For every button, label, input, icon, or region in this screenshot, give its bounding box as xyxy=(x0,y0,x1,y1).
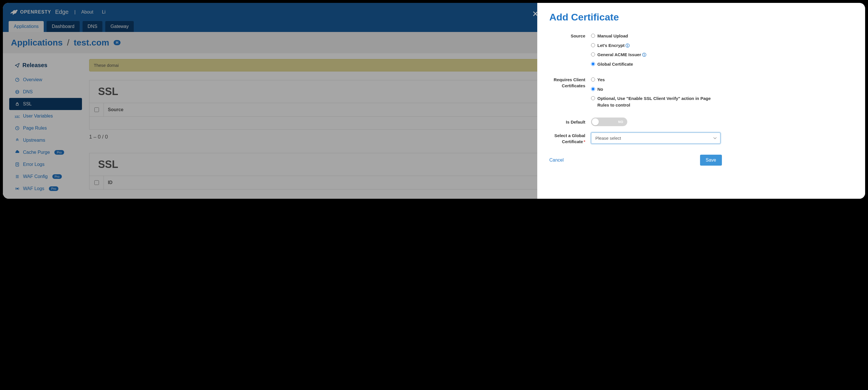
info-icon[interactable]: ⓘ xyxy=(642,52,646,57)
client-cert-optional[interactable]: Optional, Use "Enable SSL Client Verify"… xyxy=(591,95,720,108)
modal-overlay[interactable]: ✕ Add Certificate Source Manual Upload L… xyxy=(3,3,865,199)
radio-client-no[interactable] xyxy=(591,87,595,91)
radio-label: No xyxy=(597,86,603,93)
radio-client-optional[interactable] xyxy=(591,96,595,100)
radio-lets-encrypt[interactable] xyxy=(591,43,595,47)
radio-label: Optional, Use "Enable SSL Client Verify"… xyxy=(597,95,720,108)
save-button[interactable]: Save xyxy=(700,155,722,166)
label-client-cert: Requires Client Certificates xyxy=(549,77,591,111)
toggle-knob xyxy=(592,118,599,125)
radio-label: Global Certificate xyxy=(597,61,633,68)
radio-label: Let's Encryptⓘ xyxy=(597,43,629,49)
source-option-manual[interactable]: Manual Upload xyxy=(591,33,851,39)
close-icon[interactable]: ✕ xyxy=(532,9,539,19)
label-is-default: Is Default xyxy=(549,119,591,125)
radio-acme[interactable] xyxy=(591,52,595,56)
add-certificate-modal: ✕ Add Certificate Source Manual Upload L… xyxy=(537,3,865,199)
source-option-acme[interactable]: General ACME Issuerⓘ xyxy=(591,52,851,58)
required-mark: * xyxy=(584,139,585,144)
is-default-toggle[interactable]: NO xyxy=(591,117,627,126)
source-option-letsencrypt[interactable]: Let's Encryptⓘ xyxy=(591,43,851,49)
radio-manual-upload[interactable] xyxy=(591,34,595,38)
client-cert-no[interactable]: No xyxy=(591,86,720,93)
cancel-button[interactable]: Cancel xyxy=(549,158,564,163)
label-select-global: Select a Global Certificate* xyxy=(549,133,591,145)
toggle-state-label: NO xyxy=(618,120,623,123)
radio-label: Manual Upload xyxy=(597,33,628,39)
global-cert-select[interactable]: Please select xyxy=(591,133,720,144)
radio-client-yes[interactable] xyxy=(591,78,595,82)
radio-label: General ACME Issuerⓘ xyxy=(597,52,646,58)
label-source: Source xyxy=(549,33,591,70)
radio-label: Yes xyxy=(597,77,605,83)
source-option-global[interactable]: Global Certificate xyxy=(591,61,851,68)
client-cert-yes[interactable]: Yes xyxy=(591,77,720,83)
radio-global-cert[interactable] xyxy=(591,62,595,66)
modal-title: Add Certificate xyxy=(549,11,851,23)
info-icon[interactable]: ⓘ xyxy=(625,43,629,48)
